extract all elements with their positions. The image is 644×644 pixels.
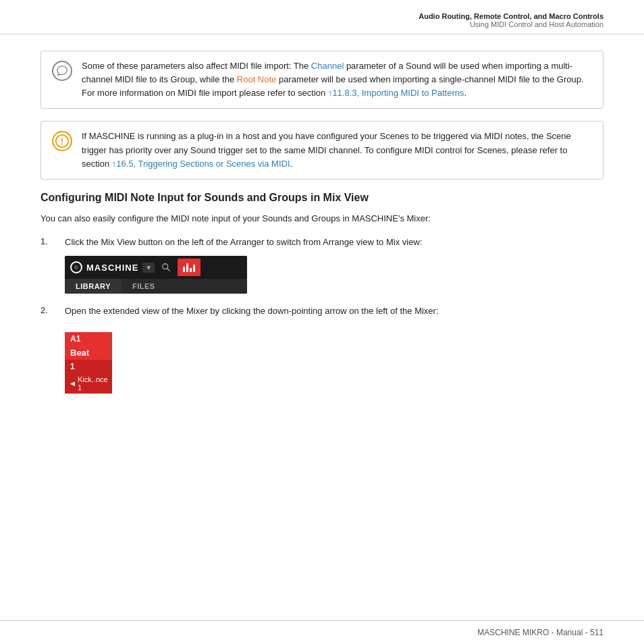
list-number-2: 2. xyxy=(41,304,54,315)
maschine-logo-text: MASCHINE xyxy=(86,263,138,273)
note1-link-channel[interactable]: Channel xyxy=(311,61,344,71)
list-text-2: Open the extended view of the Mixer by c… xyxy=(65,304,603,319)
svg-text:!: ! xyxy=(61,136,63,146)
chat-icon xyxy=(52,61,72,81)
page-header: Audio Routing, Remote Control, and Macro… xyxy=(0,0,644,34)
maschine-tab-library[interactable]: LIBRARY xyxy=(65,279,122,294)
note1-text: Some of these parameters also affect MID… xyxy=(82,59,592,100)
list-number-1: 1. xyxy=(41,236,54,246)
note-box-2: ! If MASCHINE is running as a plug-in in… xyxy=(41,121,603,179)
page-container: Audio Routing, Remote Control, and Macro… xyxy=(0,0,644,644)
list-text-1: Click the Mix View button on the left of… xyxy=(65,236,603,250)
mixer-panel-screenshot: A1 Beat 1 ◀ Kick..nce 1 xyxy=(65,332,112,394)
warning-icon: ! xyxy=(52,131,72,151)
footer-page-info: MASCHINE MIKRO - Manual - 511 xyxy=(477,628,603,637)
mixer-row-beat: Beat xyxy=(65,346,112,360)
maschine-logo-circle xyxy=(70,261,82,273)
list-content-2: Open the extended view of the Mixer by c… xyxy=(65,304,603,394)
mixer-lines-icon xyxy=(183,263,195,272)
maschine-dropdown-arrow[interactable]: ▼ xyxy=(142,263,155,273)
mixer-expand-arrow[interactable]: ◀ xyxy=(70,380,75,387)
list-item-1: 1. Click the Mix View button on the left… xyxy=(41,236,603,294)
maschine-ui-screenshot: MASCHINE ▼ xyxy=(65,256,247,294)
list-content-1: Click the Mix View button on the left of… xyxy=(65,236,603,294)
numbered-list: 1. Click the Mix View button on the left… xyxy=(41,236,603,394)
maschine-mixer-button[interactable] xyxy=(178,259,200,276)
list-item-2: 2. Open the extended view of the Mixer b… xyxy=(41,304,603,394)
mixer-row-1: 1 xyxy=(65,360,112,373)
maschine-logo: MASCHINE xyxy=(70,261,138,273)
maschine-tab-files[interactable]: FILES xyxy=(122,279,166,294)
chapter-title: Audio Routing, Remote Control, and Macro… xyxy=(41,12,603,20)
maschine-bottom-bar: LIBRARY FILES xyxy=(65,279,247,294)
mixer-row-a1: A1 xyxy=(65,332,112,346)
note2-text: If MASCHINE is running as a plug-in in a… xyxy=(82,130,592,170)
note1-link-rootnote[interactable]: Root Note xyxy=(237,74,277,84)
svg-line-3 xyxy=(167,269,170,271)
mixer-kick-label: Kick..nce 1 xyxy=(78,375,108,392)
section-heading: Configuring MIDI Note Input for Sounds a… xyxy=(41,192,603,204)
section-subtitle: Using MIDI Control and Host Automation xyxy=(41,20,603,28)
maschine-search-btn[interactable] xyxy=(159,260,173,275)
page-content: Some of these parameters also affect MID… xyxy=(0,34,644,620)
maschine-top-bar: MASCHINE ▼ xyxy=(65,256,247,279)
mixer-row-kick: ◀ Kick..nce 1 xyxy=(65,373,112,394)
note2-link-section[interactable]: ↑16.5, Triggering Sections or Scenes via… xyxy=(112,159,290,169)
note-box-1: Some of these parameters also affect MID… xyxy=(41,51,603,109)
intro-text: You can also easily configure the MIDI n… xyxy=(41,212,603,226)
note1-link-section[interactable]: ↑11.8.3, Importing MIDI to Patterns xyxy=(328,88,464,98)
page-footer: MASCHINE MIKRO - Manual - 511 xyxy=(0,620,644,644)
